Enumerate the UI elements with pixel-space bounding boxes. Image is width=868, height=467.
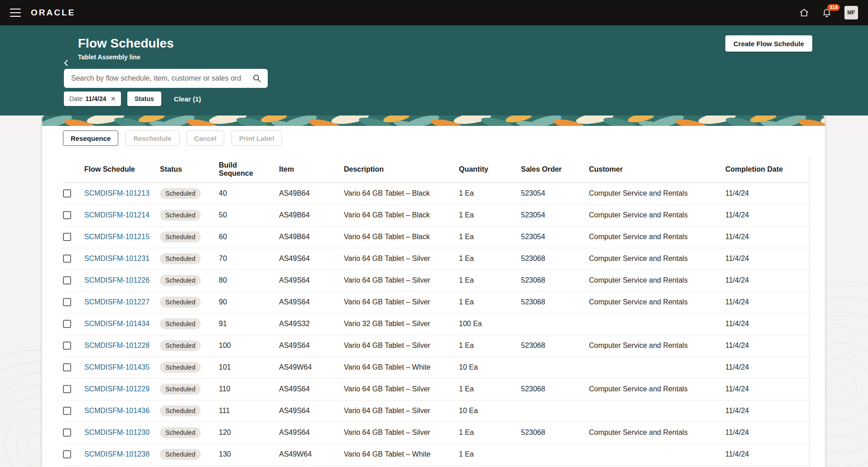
date-filter-chip[interactable]: Date 11/4/24 × (64, 91, 121, 106)
cell-select (63, 270, 84, 291)
cell-build-sequence: 60 (219, 226, 279, 248)
cell-select (63, 291, 84, 313)
cell-sales-order: 523068 (521, 422, 589, 443)
column-header-select (63, 157, 84, 183)
cell-description: Vario 64 GB Tablet – Silver (344, 422, 459, 443)
flow-schedule-link[interactable]: SCMDISFM-101436 (84, 407, 149, 414)
column-header-status: Status (160, 157, 219, 183)
row-checkbox[interactable] (63, 211, 71, 219)
cell-item: AS49S64 (279, 248, 344, 270)
cell-quantity: 1 Ea (459, 422, 521, 443)
flow-schedule-link[interactable]: SCMDISFM-101214 (84, 211, 149, 219)
cell-customer (589, 313, 725, 335)
status-badge: Scheduled (160, 449, 201, 460)
cell-sales-order: 523068 (521, 291, 589, 313)
cell-sales-order (521, 443, 589, 465)
flow-schedule-link[interactable]: SCMDISFM-101215 (84, 233, 149, 241)
flow-schedule-link[interactable]: SCMDISFM-101435 (84, 363, 149, 371)
back-button[interactable] (62, 58, 71, 67)
page-header: Flow Schedules Tablet Assembly line Date… (0, 25, 868, 116)
cell-completion-date: 11/4/24 (725, 378, 810, 400)
cell-quantity: 1 Ea (459, 204, 521, 226)
status-badge: Scheduled (160, 297, 201, 308)
cancel-button: Cancel (187, 130, 224, 146)
vertical-scrollbar-track[interactable] (809, 157, 810, 467)
flow-schedule-link[interactable]: SCMDISFM-101238 (84, 450, 149, 458)
cell-build-sequence: 70 (219, 248, 279, 270)
cell-flow-schedule: SCMDISFM-101229 (84, 378, 160, 400)
flow-schedule-link[interactable]: SCMDISFM-101231 (84, 255, 149, 262)
cell-completion-date: 11/4/24 (725, 443, 810, 465)
create-flow-schedule-button[interactable]: Create Flow Schedule (725, 35, 812, 52)
row-checkbox[interactable] (63, 342, 71, 350)
cell-sales-order: 523054 (521, 183, 589, 204)
cell-customer: Computer Service and Rentals (589, 204, 725, 226)
cell-completion-date: 11/4/24 (725, 422, 810, 443)
cell-customer: Computer Service and Rentals (589, 183, 725, 204)
status-badge: Scheduled (160, 405, 201, 417)
cell-status: Scheduled (160, 248, 219, 270)
cell-build-sequence: 130 (219, 443, 279, 465)
cell-description: Vario 64 GB Tablet – Black (344, 183, 459, 204)
row-checkbox[interactable] (63, 450, 71, 458)
column-header-description: Description (344, 157, 459, 183)
flow-schedule-link[interactable]: SCMDISFM-101434 (84, 320, 149, 327)
cell-status: Scheduled (160, 270, 219, 291)
cell-completion-date: 11/4/24 (725, 183, 810, 204)
cell-description: Vario 64 GB Tablet – Silver (344, 248, 459, 270)
cell-quantity: 1 Ea (459, 443, 521, 465)
table-row: SCMDISFM-101214 Scheduled 50 AS49B64 Var… (63, 204, 810, 226)
search-icon (252, 74, 261, 83)
search-input[interactable] (64, 74, 251, 82)
clear-filters-link[interactable]: Clear (1) (174, 95, 201, 103)
row-checkbox[interactable] (63, 385, 71, 393)
cell-build-sequence: 100 (219, 335, 279, 356)
cell-status: Scheduled (160, 443, 219, 465)
home-button[interactable] (799, 8, 809, 18)
row-checkbox[interactable] (63, 189, 71, 197)
cell-select (63, 183, 84, 204)
cell-select (63, 204, 84, 226)
flow-schedule-link[interactable]: SCMDISFM-101228 (84, 342, 149, 349)
cell-build-sequence: 91 (219, 313, 279, 335)
cell-flow-schedule: SCMDISFM-101214 (84, 204, 160, 226)
flow-schedule-link[interactable]: SCMDISFM-101226 (84, 276, 149, 284)
cell-customer (589, 443, 725, 465)
flow-schedule-link[interactable]: SCMDISFM-101229 (84, 385, 149, 393)
status-badge: Scheduled (160, 362, 201, 373)
table-row: SCMDISFM-101435 Scheduled 101 AS49W64 Va… (63, 356, 810, 378)
cell-build-sequence: 50 (219, 204, 279, 226)
cell-description: Vario 64 GB Tablet – Black (344, 226, 459, 248)
cell-description: Vario 32 GB Tablet – Silver (344, 313, 459, 335)
topbar-actions: 318 MF (799, 6, 858, 19)
row-checkbox[interactable] (63, 255, 71, 263)
cell-flow-schedule: SCMDISFM-101230 (84, 422, 160, 443)
flow-schedule-link[interactable]: SCMDISFM-101230 (84, 428, 149, 436)
cell-customer: Computer Service and Rentals (589, 270, 725, 291)
cell-flow-schedule: SCMDISFM-101436 (84, 400, 160, 422)
cell-item: AS49S64 (279, 270, 344, 291)
row-checkbox[interactable] (63, 276, 71, 284)
status-filter-chip[interactable]: Status (127, 91, 161, 106)
hamburger-menu-button[interactable] (10, 9, 21, 17)
status-badge: Scheduled (160, 210, 201, 221)
cell-flow-schedule: SCMDISFM-101226 (84, 270, 160, 291)
cell-build-sequence: 40 (219, 183, 279, 204)
row-checkbox[interactable] (63, 320, 71, 328)
notifications-button[interactable]: 318 (822, 8, 832, 18)
date-chip-close-icon[interactable]: × (109, 94, 118, 104)
user-avatar[interactable]: MF (844, 6, 858, 19)
cell-sales-order: 523068 (521, 270, 589, 291)
flow-schedule-link[interactable]: SCMDISFM-101227 (84, 298, 149, 306)
row-checkbox[interactable] (63, 233, 71, 241)
row-checkbox[interactable] (63, 428, 71, 437)
row-checkbox[interactable] (63, 363, 71, 371)
search-button[interactable] (251, 74, 268, 83)
row-checkbox[interactable] (63, 407, 71, 415)
cell-quantity: 10 Ea (459, 400, 521, 422)
cell-sales-order: 523054 (521, 226, 589, 248)
flow-schedule-link[interactable]: SCMDISFM-101213 (84, 189, 149, 197)
cell-completion-date: 11/4/24 (725, 226, 810, 248)
row-checkbox[interactable] (63, 298, 71, 306)
resequence-button[interactable]: Resequence (63, 130, 118, 146)
